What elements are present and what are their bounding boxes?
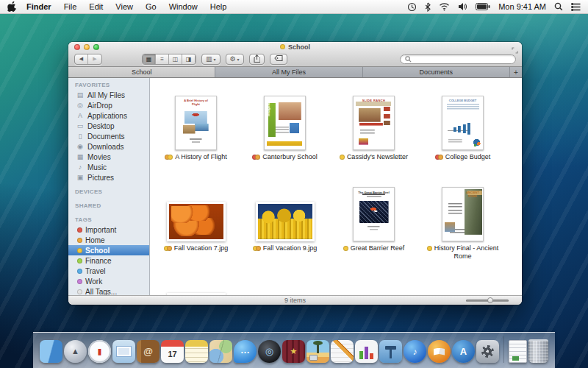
tab-bar: SchoolAll My FilesDocuments + xyxy=(68,67,522,78)
dock-icon-system-preferences[interactable] xyxy=(476,340,499,363)
view-mode-button[interactable]: ◫ xyxy=(169,54,182,64)
sidebar-tag-item[interactable]: Important xyxy=(68,224,149,235)
menu-item[interactable]: View xyxy=(115,2,133,11)
minimize-button[interactable] xyxy=(84,44,90,50)
file-item[interactable]: imagine Canterbury School xyxy=(240,84,329,175)
dock-icon-photo-booth[interactable]: ◎ xyxy=(258,340,281,363)
menu-item[interactable]: Edit xyxy=(89,2,103,11)
sidebar-item[interactable]: ◎ AirDrop xyxy=(68,100,149,110)
file-item[interactable]: COLLEGE BUDGET College Budget xyxy=(418,84,507,175)
file-label: Fall Vacation 7.jpg xyxy=(164,244,228,252)
apple-logo-icon[interactable] xyxy=(7,1,18,12)
battery-icon[interactable] xyxy=(476,3,490,10)
menu-bar-clock[interactable]: Mon 9:41 AM xyxy=(498,2,546,11)
slider-thumb[interactable] xyxy=(487,297,493,303)
file-item[interactable]: The Great Barrier Reef Great Barrier Ree… xyxy=(329,175,418,266)
trash-icon[interactable] xyxy=(528,339,548,363)
view-mode-button[interactable]: ▦ xyxy=(143,54,156,64)
view-mode-button[interactable]: ◨ xyxy=(182,54,196,64)
sidebar-tag-label: School xyxy=(85,247,110,255)
menu-item[interactable]: File xyxy=(64,2,77,11)
sidebar-item[interactable]: ▣ Pictures xyxy=(68,172,149,183)
sidebar-tag-item[interactable]: Finance xyxy=(68,255,149,266)
tag-color-dot xyxy=(77,279,82,284)
dock-icon-iphoto[interactable] xyxy=(306,340,329,363)
arrange-button[interactable]: ▥ ▾ xyxy=(201,54,220,65)
file-item[interactable]: PIGMENTS xyxy=(151,266,240,297)
volume-icon[interactable] xyxy=(458,2,467,11)
dock-icon-launchpad[interactable]: ▲ xyxy=(64,340,87,363)
chevron-down-icon: ▾ xyxy=(237,57,240,62)
file-label: Fall Vacation 9.jpg xyxy=(253,244,317,252)
file-item[interactable]: ANCIENT ROME History Final - Ancient Rom… xyxy=(418,175,507,266)
sidebar-item[interactable]: ▤ All My Files xyxy=(68,90,149,100)
dock-icon-finder[interactable] xyxy=(40,340,62,363)
sidebar-item[interactable]: ▭ Desktop xyxy=(68,121,149,131)
forward-button[interactable]: ▶ xyxy=(88,54,101,64)
dock-icon-keynote[interactable] xyxy=(379,340,402,363)
sidebar-item[interactable]: ◉ Downloads xyxy=(68,141,149,152)
file-item[interactable]: Fall Vacation 7.jpg xyxy=(151,175,240,266)
menu-item[interactable]: Finder xyxy=(26,2,51,11)
bluetooth-icon[interactable] xyxy=(425,2,431,12)
sidebar-tag-item[interactable]: School xyxy=(68,245,149,255)
dock-icon-messages[interactable]: … xyxy=(234,340,257,363)
time-machine-icon[interactable] xyxy=(407,2,417,12)
sidebar-tag-item[interactable]: Travel xyxy=(68,266,149,276)
dock-icon-app-store[interactable]: A xyxy=(452,340,475,363)
dock-icon-documents[interactable] xyxy=(509,340,527,363)
file-item[interactable]: A Brief History of Flight A History of F… xyxy=(151,84,240,175)
tag-color-dot-group xyxy=(77,289,82,294)
tab[interactable]: School xyxy=(68,67,215,77)
sidebar-tag-item[interactable]: Work xyxy=(68,276,149,286)
sidebar: FAVORITES ▤ All My Files ◎ AirDrop A Ap xyxy=(68,78,150,297)
dock-icon-pages[interactable] xyxy=(331,340,354,363)
sidebar-item[interactable]: ▯ Documents xyxy=(68,131,149,141)
tab[interactable]: All My Files xyxy=(215,67,362,77)
dock-icon-contacts[interactable]: @ xyxy=(137,340,159,363)
view-mode-button[interactable]: ≡ xyxy=(156,54,169,64)
search-input[interactable] xyxy=(414,55,511,63)
search-icon xyxy=(405,52,412,66)
zoom-button[interactable] xyxy=(93,44,99,50)
menu-item[interactable]: Window xyxy=(169,2,198,11)
new-tab-button[interactable]: + xyxy=(510,67,522,77)
dock-icon-safari[interactable]: ◆ xyxy=(88,340,111,363)
file-item[interactable]: Fall Vacation 9.jpg xyxy=(240,175,329,266)
title-bar[interactable]: School xyxy=(68,42,522,52)
dock-icon-itunes[interactable]: ♪ xyxy=(404,340,426,363)
file-thumbnail: SLIDE RANCH xyxy=(353,96,395,150)
spotlight-icon[interactable] xyxy=(554,2,563,11)
dock-icon-maps[interactable] xyxy=(209,340,232,363)
back-button[interactable]: ◀ xyxy=(75,54,88,64)
dock-icon-imovie[interactable]: ★ xyxy=(282,340,305,363)
sidebar-item[interactable]: A Applications xyxy=(68,110,149,121)
share-button[interactable] xyxy=(249,54,265,65)
tag-color-dot xyxy=(427,246,432,251)
tag-color-dot-group xyxy=(77,279,82,284)
sidebar-item-label: Desktop xyxy=(87,122,115,130)
file-item[interactable]: SLIDE RANCH Cassidy's Newsletter xyxy=(329,84,418,175)
wifi-icon[interactable] xyxy=(439,2,450,11)
dock-icon-mail[interactable] xyxy=(112,340,135,363)
menu-item[interactable]: Go xyxy=(146,2,157,11)
dock-icon-notes[interactable] xyxy=(185,340,208,363)
dock-icon-ibooks[interactable] xyxy=(428,340,451,363)
icon-size-slider[interactable] xyxy=(466,300,509,302)
sidebar-item-label: Pictures xyxy=(87,174,114,182)
sidebar-tag-item[interactable]: Home xyxy=(68,235,149,245)
menu-item[interactable]: Help xyxy=(210,2,227,11)
dock-icon-calendar[interactable]: 17 xyxy=(161,340,184,363)
open-book-icon xyxy=(434,348,445,355)
dock-icon-numbers[interactable] xyxy=(355,340,378,363)
fullscreen-icon[interactable] xyxy=(512,43,518,57)
tab[interactable]: Documents xyxy=(363,67,510,77)
tags-button[interactable] xyxy=(270,54,287,65)
sidebar-item[interactable]: ▦ Movies xyxy=(68,152,149,162)
action-button[interactable]: ⚙ ▾ xyxy=(226,54,244,65)
close-button[interactable] xyxy=(74,44,80,50)
notification-center-icon[interactable] xyxy=(571,3,581,11)
menu-bar-items: FinderFileEditViewGoWindowHelp xyxy=(26,2,226,11)
sidebar-item[interactable]: ♪ Music xyxy=(68,162,149,172)
search-field[interactable] xyxy=(400,54,516,64)
